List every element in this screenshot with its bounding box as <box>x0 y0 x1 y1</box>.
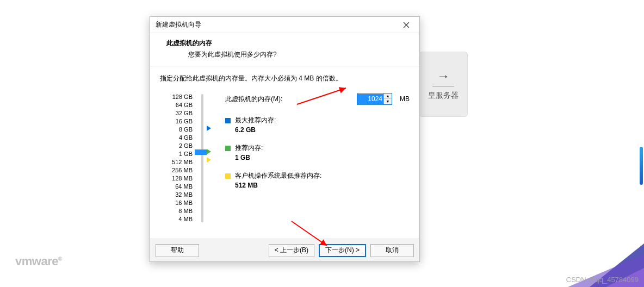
memory-unit: MB <box>400 95 410 103</box>
divider <box>432 86 454 86</box>
square-icon <box>225 146 231 151</box>
close-icon <box>403 22 410 28</box>
bg-card-label: 皇服务器 <box>428 91 459 101</box>
legend-rec-label: 推荐内存: <box>235 144 263 153</box>
memory-input-row: 此虚拟机的内存(M): ▲ ▼ MB <box>225 93 410 105</box>
legend-rec: 推荐内存: 1 GB <box>225 144 410 161</box>
vmware-logo: vmware® <box>15 254 62 269</box>
scale-tick: 2 GB <box>160 142 193 150</box>
memory-input-label: 此虚拟机的内存(M): <box>225 95 352 104</box>
back-button[interactable]: < 上一步(B) <box>269 244 314 257</box>
square-icon <box>225 118 231 123</box>
scale-tick: 512 MB <box>160 158 193 166</box>
scale-tick: 128 MB <box>160 174 193 183</box>
help-button[interactable]: 帮助 <box>156 244 199 257</box>
arrow-right-icon: → <box>437 68 450 84</box>
memory-scale: 128 GB 64 GB 32 GB 16 GB 8 GB 4 GB 2 GB … <box>160 93 193 223</box>
legend-max-label: 最大推荐内存: <box>235 116 276 125</box>
spin-down-button[interactable]: ▼ <box>384 99 392 104</box>
max-marker-icon <box>207 126 211 131</box>
header-subtitle: 您要为此虚拟机使用多少内存? <box>188 50 414 59</box>
header-title: 此虚拟机的内存 <box>166 39 414 48</box>
watermark: CSDN @qq_45784099 <box>566 276 639 284</box>
scale-tick: 32 GB <box>160 109 193 117</box>
scale-tick: 16 GB <box>160 117 193 126</box>
legend-min-label: 客户机操作系统最低推荐内存: <box>235 171 321 180</box>
memory-input[interactable] <box>357 94 383 104</box>
scale-tick: 64 GB <box>160 101 193 109</box>
legend-block: 最大推荐内存: 6.2 GB 推荐内存: 1 GB <box>225 116 410 189</box>
rec-marker-icon <box>207 149 211 154</box>
titlebar: 新建虚拟机向导 <box>150 17 419 33</box>
scale-tick: 8 GB <box>160 126 193 134</box>
legend-rec-value: 1 GB <box>235 154 410 161</box>
scale-tick: 64 MB <box>160 183 193 191</box>
legend-max: 最大推荐内存: 6.2 GB <box>225 116 410 134</box>
next-button[interactable]: 下一步(N) > <box>319 244 366 257</box>
background-card: → 皇服务器 <box>419 52 468 117</box>
legend-min-value: 512 MB <box>235 182 410 189</box>
slider-track <box>201 94 203 222</box>
scale-tick: 8 MB <box>160 207 193 215</box>
dialog-title: 新建虚拟机向导 <box>156 20 397 29</box>
dialog-body: 指定分配给此虚拟机的内存量。内存大小必须为 4 MB 的倍数。 128 GB 6… <box>150 66 419 239</box>
instruction-text: 指定分配给此虚拟机的内存量。内存大小必须为 4 MB 的倍数。 <box>160 74 410 83</box>
close-button[interactable] <box>397 18 416 32</box>
memory-info: 此虚拟机的内存(M): ▲ ▼ MB 最大推荐内存: <box>211 93 410 223</box>
scroll-indicator[interactable] <box>640 147 643 185</box>
scale-tick: 32 MB <box>160 191 193 199</box>
slider-thumb[interactable] <box>195 149 207 155</box>
spin-up-button[interactable]: ▲ <box>384 93 392 99</box>
min-marker-icon <box>207 157 211 163</box>
dialog-footer: 帮助 < 上一步(B) 下一步(N) > 取消 <box>150 239 419 261</box>
cancel-button[interactable]: 取消 <box>370 244 414 257</box>
memory-spinner[interactable]: ▲ ▼ <box>357 93 392 105</box>
dialog-header: 此虚拟机的内存 您要为此虚拟机使用多少内存? <box>150 33 419 66</box>
legend-min: 客户机操作系统最低推荐内存: 512 MB <box>225 171 410 189</box>
legend-max-value: 6.2 GB <box>235 126 410 134</box>
memory-area: 128 GB 64 GB 32 GB 16 GB 8 GB 4 GB 2 GB … <box>160 93 410 223</box>
scale-tick: 256 MB <box>160 166 193 174</box>
scale-tick: 1 GB <box>160 150 193 158</box>
new-vm-wizard-dialog: 新建虚拟机向导 此虚拟机的内存 您要为此虚拟机使用多少内存? 指定分配给此虚拟机… <box>150 16 420 262</box>
scale-tick: 128 GB <box>160 93 193 101</box>
memory-slider[interactable] <box>198 93 206 223</box>
scale-tick: 4 MB <box>160 215 193 223</box>
scale-tick: 16 MB <box>160 199 193 207</box>
spinner-buttons: ▲ ▼ <box>383 93 392 104</box>
scale-tick: 4 GB <box>160 134 193 142</box>
square-icon <box>225 173 231 179</box>
